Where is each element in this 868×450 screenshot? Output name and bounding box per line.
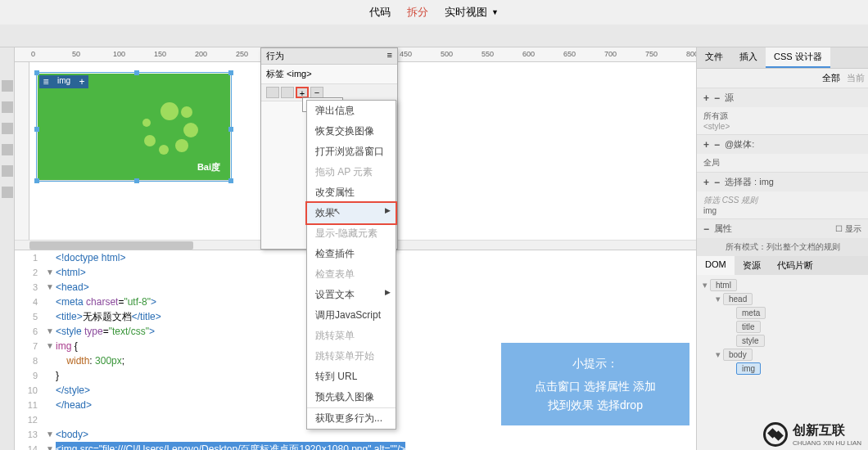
panel-title: 行为 <box>266 50 284 62</box>
menu-item[interactable]: 弹出信息 <box>307 101 396 121</box>
menu-item[interactable]: 转到 URL <box>307 367 396 387</box>
view-live[interactable]: 实时视图 <box>445 5 487 20</box>
media-body: 全局 <box>697 154 868 172</box>
panel-tabs: 文件 插入 CSS 设计器 <box>697 47 868 69</box>
tab-dom[interactable]: DOM <box>697 256 735 275</box>
menu-item[interactable]: 效果▶↖ <box>305 201 397 225</box>
menu-item: 检查表单 <box>307 264 396 285</box>
tag-label: 标签 <img> <box>261 65 397 84</box>
plus-icon[interactable]: + <box>75 75 88 88</box>
menu-item[interactable]: 改变属性 <box>307 182 396 203</box>
view-split[interactable]: 拆分 <box>407 5 428 20</box>
dom-node[interactable]: ▾body <box>700 348 865 362</box>
minus-icon[interactable]: − <box>714 92 720 104</box>
tool-icon[interactable] <box>2 123 13 134</box>
mode-info: 所有模式：列出整个文档的规则 <box>697 238 868 256</box>
view-code[interactable]: 代码 <box>369 5 391 20</box>
chevron-down-icon[interactable]: ▼ <box>491 8 499 16</box>
right-panel: 文件 插入 CSS 设计器 全部 当前 + − 源 所有源 <style> + … <box>696 47 868 450</box>
dom-node[interactable]: ▾head <box>700 292 865 306</box>
tab-snippets[interactable]: 代码片断 <box>769 256 821 275</box>
element-tag-badge: img <box>52 75 75 88</box>
minus-icon[interactable]: − <box>714 177 720 188</box>
dom-node[interactable]: meta <box>700 306 865 320</box>
menu-item: 跳转菜单 <box>307 326 396 346</box>
sources-list[interactable]: 所有源 <style> <box>697 107 868 134</box>
tools-toolbar <box>0 47 15 450</box>
dom-node[interactable]: title <box>700 320 865 334</box>
tool-icon[interactable] <box>2 101 13 113</box>
menu-item: 跳转菜单开始 <box>307 346 396 367</box>
dom-tree[interactable]: ▾html▾headmetatitlestyle▾bodyimg <box>697 275 868 379</box>
dom-node[interactable]: ▾html <box>700 278 865 292</box>
dom-node[interactable]: style <box>700 334 865 348</box>
view-mode-tabs: 代码 拆分 实时视图 ▼ <box>0 0 868 25</box>
minus-icon[interactable]: − <box>703 223 709 235</box>
vertical-ruler <box>15 62 29 250</box>
dom-node[interactable]: img <box>700 362 865 376</box>
document-toolbar: 无 <box>0 25 868 47</box>
tab-assets[interactable]: 资源 <box>735 256 769 275</box>
tip-callout: 小提示： 点击窗口 选择属性 添加 找到效果 选择drop <box>501 343 689 425</box>
minus-icon[interactable]: − <box>714 139 720 151</box>
brand-logo: 创新互联 CHUANG XIN HU LIAN <box>763 422 861 447</box>
plus-icon[interactable]: + <box>703 92 709 104</box>
toolbar-btn[interactable] <box>281 87 294 98</box>
add-behavior-button[interactable]: + <box>296 87 309 98</box>
subtab-current[interactable]: 当前 <box>847 72 865 84</box>
panel-menu-icon[interactable]: ≡ <box>387 50 392 62</box>
plus-icon[interactable]: + <box>703 139 709 151</box>
brand-icon <box>763 422 788 447</box>
tab-files[interactable]: 文件 <box>697 47 731 68</box>
tool-icon[interactable] <box>2 187 13 198</box>
behaviors-context-menu: 弹出信息恢复交换图像打开浏览器窗口拖动 AP 元素改变属性效果▶↖显示-隐藏元素… <box>306 100 396 430</box>
menu-item[interactable]: 预先载入图像 <box>307 387 396 407</box>
section-media[interactable]: + − @媒体: <box>697 135 868 154</box>
menu-item[interactable]: 检查插件 <box>307 244 396 264</box>
plus-icon[interactable]: + <box>703 177 709 188</box>
hamburger-icon[interactable]: ≡ <box>39 75 52 88</box>
menu-item[interactable]: 调用JavaScript <box>307 305 396 326</box>
tool-icon[interactable] <box>2 80 13 92</box>
scrollbar-thumb[interactable] <box>29 241 193 250</box>
section-properties[interactable]: − 属性 ☐ 显示 <box>697 219 868 238</box>
menu-item[interactable]: 获取更多行为... <box>307 407 396 429</box>
filter-input[interactable]: 筛选 CSS 规则 <box>703 195 861 206</box>
section-sources[interactable]: + − 源 <box>697 88 868 107</box>
menu-item[interactable]: 恢复交换图像 <box>307 121 396 142</box>
tool-icon[interactable] <box>2 144 13 155</box>
selector-item[interactable]: img <box>703 206 861 215</box>
menu-item[interactable]: 打开浏览器窗口 <box>307 142 396 162</box>
tab-insert[interactable]: 插入 <box>731 47 766 68</box>
menu-item[interactable]: 设置文本▶ <box>307 285 396 305</box>
section-selectors[interactable]: + − 选择器 : img <box>697 173 868 191</box>
code-line[interactable]: 14▼<img src="file:///C|/Users/Lenovo/Des… <box>15 442 696 450</box>
preview-image[interactable]: ≡ img + Bai度 <box>38 74 230 180</box>
tool-icon[interactable] <box>2 165 13 177</box>
remove-behavior-button[interactable]: − <box>310 87 323 98</box>
subtab-all[interactable]: 全部 <box>822 72 840 84</box>
toolbar-btn[interactable] <box>266 87 279 98</box>
menu-item: 显示-隐藏元素 <box>307 223 396 244</box>
menu-item: 拖动 AP 元素 <box>307 162 396 182</box>
tab-css-designer[interactable]: CSS 设计器 <box>766 47 830 68</box>
baidu-logo: Bai度 <box>197 161 220 173</box>
